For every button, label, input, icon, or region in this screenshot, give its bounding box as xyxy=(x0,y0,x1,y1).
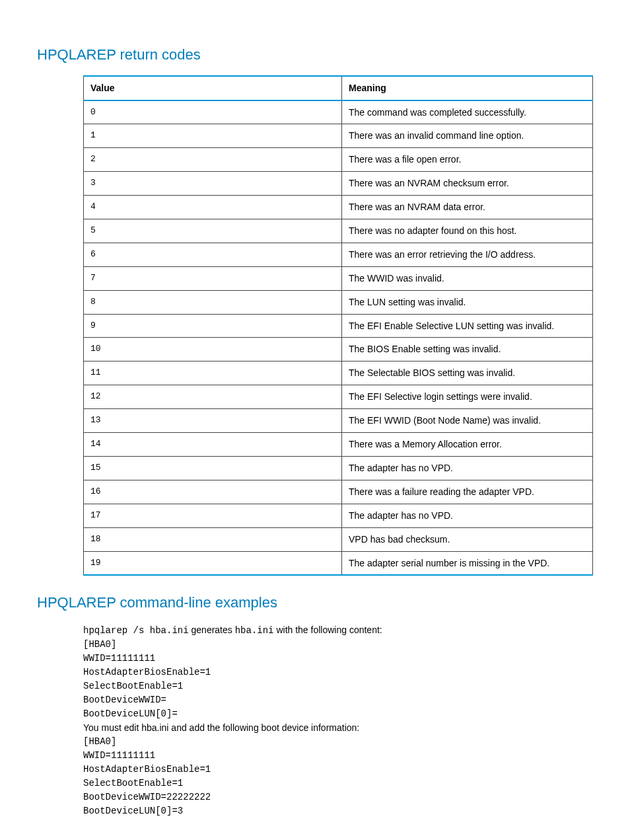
table-header-meaning: Meaning xyxy=(342,76,593,100)
return-code-value: 18 xyxy=(84,527,342,551)
return-code-value: 7 xyxy=(84,266,342,290)
return-code-value: 19 xyxy=(84,551,342,575)
return-code-value: 2 xyxy=(84,148,342,172)
table-row: 15The adapter has no VPD. xyxy=(84,456,593,480)
section-heading-return-codes: HPQLAREP return codes xyxy=(37,45,593,65)
code-line: [HBA0] xyxy=(83,638,593,652)
table-row: 0The command was completed successfully. xyxy=(84,100,593,124)
table-row: 13The EFI WWID (Boot Node Name) was inva… xyxy=(84,409,593,433)
table-row: 1There was an invalid command line optio… xyxy=(84,124,593,148)
table-row: 11The Selectable BIOS setting was invali… xyxy=(84,362,593,385)
example-text: with the following content: xyxy=(274,625,382,635)
return-code-value: 17 xyxy=(84,504,342,527)
code-line: SelectBootEnable=1 xyxy=(83,777,593,790)
table-row: 6There was an error retrieving the I/O a… xyxy=(84,243,593,266)
code-line: WWID=11111111 xyxy=(83,749,593,763)
return-code-value: 15 xyxy=(84,456,342,480)
code-line: [HBA0] xyxy=(83,735,593,749)
table-row: 4There was an NVRAM data error. xyxy=(84,196,593,219)
table-row: 18VPD has bad checksum. xyxy=(84,527,593,551)
table-row: 19The adapter serial number is missing i… xyxy=(84,551,593,575)
return-code-value: 11 xyxy=(84,362,342,385)
example-text: generates xyxy=(189,625,235,635)
code-line: HostAdapterBiosEnable=1 xyxy=(83,666,593,679)
return-code-value: 0 xyxy=(84,100,342,124)
return-code-value: 12 xyxy=(84,385,342,409)
return-code-meaning: There was a Memory Allocation error. xyxy=(342,433,593,457)
code-line: WWID=11111111 xyxy=(83,652,593,666)
return-code-meaning: The WWID was invalid. xyxy=(342,266,593,290)
return-code-value: 3 xyxy=(84,172,342,196)
example-filename: hba.ini xyxy=(235,625,274,636)
return-code-meaning: The LUN setting was invalid. xyxy=(342,290,593,314)
code-line: BootDeviceWWID=22222222 xyxy=(83,790,593,804)
table-row: 3There was an NVRAM checksum error. xyxy=(84,172,593,196)
return-code-meaning: There was no adapter found on this host. xyxy=(342,219,593,243)
return-code-meaning: There was a failure reading the adapter … xyxy=(342,480,593,504)
table-row: 8The LUN setting was invalid. xyxy=(84,290,593,314)
table-header-value: Value xyxy=(84,76,342,100)
table-row: 2There was a file open error. xyxy=(84,148,593,172)
table-row: 9The EFI Enable Selective LUN setting wa… xyxy=(84,314,593,338)
example-block: hpqlarep /s hba.ini generates hba.ini wi… xyxy=(83,623,593,818)
return-code-meaning: The adapter has no VPD. xyxy=(342,456,593,480)
return-code-meaning: There was an NVRAM checksum error. xyxy=(342,172,593,196)
code-line: BootDeviceLUN[0]=3 xyxy=(83,804,593,818)
return-codes-table: Value Meaning 0The command was completed… xyxy=(83,75,593,576)
example-instruction: You must edit hba.ini and add the follow… xyxy=(83,721,593,735)
return-code-meaning: The adapter has no VPD. xyxy=(342,504,593,527)
code-line: HostAdapterBiosEnable=1 xyxy=(83,763,593,777)
return-code-value: 16 xyxy=(84,480,342,504)
return-code-meaning: The adapter serial number is missing in … xyxy=(342,551,593,575)
return-code-meaning: The EFI WWID (Boot Node Name) was invali… xyxy=(342,409,593,433)
return-code-value: 6 xyxy=(84,243,342,266)
section-heading-examples: HPQLAREP command-line examples xyxy=(37,593,593,613)
code-line: BootDeviceLUN[0]= xyxy=(83,707,593,721)
return-code-meaning: The EFI Selective login settings were in… xyxy=(342,385,593,409)
return-code-meaning: There was an invalid command line option… xyxy=(342,124,593,148)
table-row: 16There was a failure reading the adapte… xyxy=(84,480,593,504)
return-code-meaning: VPD has bad checksum. xyxy=(342,527,593,551)
return-code-value: 9 xyxy=(84,314,342,338)
example-command: hpqlarep /s hba.ini xyxy=(83,625,189,636)
return-code-meaning: The Selectable BIOS setting was invalid. xyxy=(342,362,593,385)
return-code-meaning: There was an NVRAM data error. xyxy=(342,196,593,219)
code-line: SelectBootEnable=1 xyxy=(83,679,593,693)
return-code-value: 14 xyxy=(84,433,342,457)
return-code-meaning: The BIOS Enable setting was invalid. xyxy=(342,338,593,362)
return-code-value: 5 xyxy=(84,219,342,243)
code-line: BootDeviceWWID= xyxy=(83,693,593,707)
return-code-value: 4 xyxy=(84,196,342,219)
table-row: 17The adapter has no VPD. xyxy=(84,504,593,527)
return-code-value: 8 xyxy=(84,290,342,314)
return-code-meaning: There was a file open error. xyxy=(342,148,593,172)
table-row: 12The EFI Selective login settings were … xyxy=(84,385,593,409)
return-code-meaning: There was an error retrieving the I/O ad… xyxy=(342,243,593,266)
return-code-meaning: The EFI Enable Selective LUN setting was… xyxy=(342,314,593,338)
return-code-value: 1 xyxy=(84,124,342,148)
table-row: 7The WWID was invalid. xyxy=(84,266,593,290)
table-row: 5There was no adapter found on this host… xyxy=(84,219,593,243)
table-row: 14There was a Memory Allocation error. xyxy=(84,433,593,457)
return-code-value: 10 xyxy=(84,338,342,362)
return-code-meaning: The command was completed successfully. xyxy=(342,100,593,124)
table-row: 10The BIOS Enable setting was invalid. xyxy=(84,338,593,362)
return-code-value: 13 xyxy=(84,409,342,433)
